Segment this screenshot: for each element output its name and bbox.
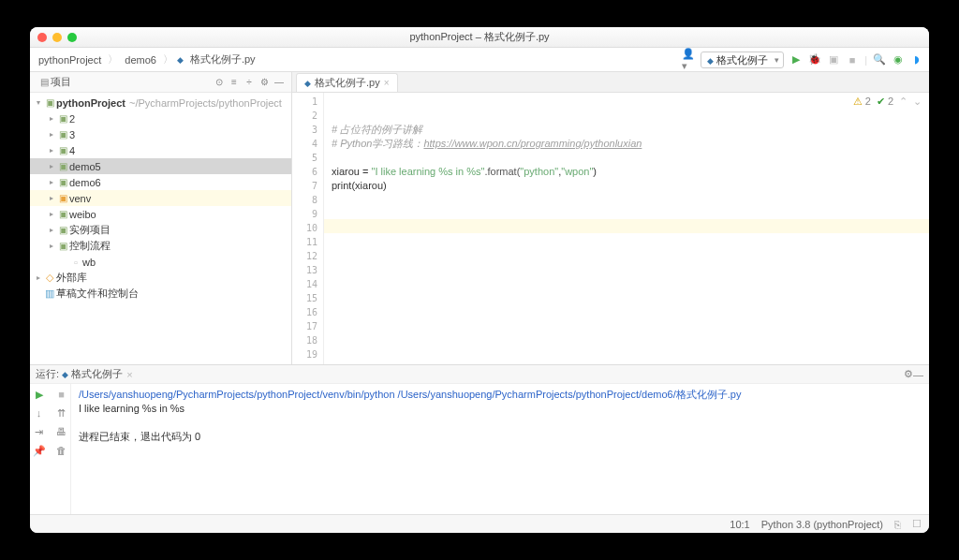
expand-all-icon[interactable]: ≡ (228, 76, 241, 89)
python-file-icon: ◆ (177, 55, 184, 65)
trash-icon[interactable]: 🗑 (52, 444, 71, 457)
scroll-icon[interactable]: ↓ (30, 406, 49, 420)
chevron-right-icon: 〉 (163, 52, 173, 66)
tree-root[interactable]: ▾▣pythonProject~/PycharmProjects/pythonP… (30, 95, 291, 111)
run-header: 运行: ◆ 格式化例子 × ⚙ — (30, 365, 929, 384)
code-editor[interactable]: 12345678910111213141516171819 # 占位符的例子讲解… (292, 93, 929, 364)
coverage-button[interactable]: ▣ (827, 53, 840, 66)
chevron-right-icon: 〉 (108, 52, 118, 66)
collapse-icon[interactable]: ⌄ (913, 96, 922, 108)
ide-update-icon[interactable]: ◗ (910, 53, 923, 66)
user-icon[interactable]: 👤▾ (682, 53, 695, 66)
run-hide-icon[interactable]: — (913, 369, 923, 380)
close-run-tab-icon[interactable]: × (126, 369, 132, 380)
soft-wrap-icon[interactable]: ⇥ (30, 425, 49, 438)
breadcrumb-file[interactable]: 格式化例子.py (187, 51, 258, 68)
status-bar: 10:1 Python 3.8 (pythonProject) ⎘ ☐ (30, 514, 929, 533)
sidebar-header: ▤ 项目 ⊙ ≡ ÷ ⚙ — (30, 72, 291, 93)
project-view-icon[interactable]: ▤ (37, 76, 51, 89)
tree-folder[interactable]: ▸▣3 (30, 126, 291, 142)
editor-tabs: ◆格式化例子.py× (292, 72, 929, 93)
project-sidebar: ▤ 项目 ⊙ ≡ ÷ ⚙ — ▾▣pythonProject~/PycharmP… (30, 72, 292, 364)
tree-folder[interactable]: ▸▣weibo (30, 206, 291, 222)
breadcrumb-folder[interactable]: demo6 (122, 52, 159, 67)
expand-icon[interactable]: ⌃ (899, 96, 907, 108)
run-output[interactable]: /Users/yanshuopeng/PycharmProjects/pytho… (71, 384, 929, 514)
run-button[interactable]: ▶ (789, 53, 803, 66)
titlebar: pythonProject – 格式化例子.py (30, 27, 929, 48)
tree-folder-selected[interactable]: ▸▣demo5 (30, 158, 291, 174)
editor-tab[interactable]: ◆格式化例子.py× (296, 73, 398, 92)
code-content[interactable]: # 占位符的例子讲解 # Python学习路线：https://www.wpon… (324, 93, 929, 364)
breadcrumb-root[interactable]: pythonProject (36, 52, 104, 67)
python-file-icon: ◆ (62, 370, 68, 379)
run-stop-button[interactable]: ■ (52, 388, 71, 401)
caret-position[interactable]: 10:1 (730, 519, 749, 530)
collapse-all-icon[interactable]: ÷ (243, 76, 256, 89)
close-tab-icon[interactable]: × (384, 78, 390, 88)
select-opened-icon[interactable]: ⊙ (213, 76, 226, 89)
tree-folder[interactable]: ▸▣实例项目 (30, 222, 291, 238)
tree-folder-venv[interactable]: ▸▣venv (30, 190, 291, 206)
pin-icon[interactable]: 📌 (30, 444, 49, 457)
editor-panel: ◆格式化例子.py× 12345678910111213141516171819… (292, 72, 929, 364)
breadcrumb: pythonProject 〉 demo6 〉 ◆ 格式化例子.py (36, 51, 682, 68)
tree-folder[interactable]: ▸▣4 (30, 142, 291, 158)
run-tool-window: 运行: ◆ 格式化例子 × ⚙ — ▶■ ↓⇈ ⇥🖶 📌🗑 /Users/yan… (30, 364, 929, 514)
sidebar-gear-icon[interactable]: ⚙ (258, 76, 271, 89)
tree-folder[interactable]: ▸▣2 (30, 111, 291, 126)
tree-folder[interactable]: ▸▣demo6 (30, 174, 291, 190)
rerun-button[interactable]: ▶ (30, 388, 49, 401)
bell-icon[interactable]: ☐ (912, 518, 922, 530)
tree-scratches[interactable]: ▥草稿文件和控制台 (30, 286, 291, 302)
run-config-select[interactable]: ◆ 格式化例子 (701, 52, 784, 68)
stop-button[interactable]: ■ (846, 53, 859, 66)
settings-icon[interactable]: ◉ (892, 53, 905, 66)
python-file-icon: ◆ (304, 79, 311, 88)
print-icon[interactable]: 🖶 (52, 425, 71, 438)
inspection-badges[interactable]: ⚠ 2 ✔ 2 ⌃ ⌄ (853, 96, 922, 108)
run-toolbar: ▶■ ↓⇈ ⇥🖶 📌🗑 (30, 384, 71, 514)
read-only-icon[interactable]: ⎘ (894, 519, 901, 530)
navbar: pythonProject 〉 demo6 〉 ◆ 格式化例子.py 👤▾ ◆ … (30, 48, 929, 72)
project-tree[interactable]: ▾▣pythonProject~/PycharmProjects/pythonP… (30, 93, 291, 364)
search-icon[interactable]: 🔍 (873, 53, 886, 66)
up-icon[interactable]: ⇈ (52, 406, 71, 420)
line-gutter: 12345678910111213141516171819 (292, 93, 324, 364)
window-title: pythonProject – 格式化例子.py (30, 30, 929, 44)
tree-folder[interactable]: ▸▣控制流程 (30, 238, 291, 254)
tree-file[interactable]: ▫wb (30, 254, 291, 270)
hide-icon[interactable]: — (273, 76, 286, 89)
debug-button[interactable]: 🐞 (808, 53, 821, 66)
interpreter-label[interactable]: Python 3.8 (pythonProject) (761, 519, 883, 530)
tree-external-libs[interactable]: ▸◇外部库 (30, 270, 291, 286)
run-gear-icon[interactable]: ⚙ (904, 368, 913, 380)
ide-window: pythonProject – 格式化例子.py pythonProject 〉… (30, 27, 929, 533)
